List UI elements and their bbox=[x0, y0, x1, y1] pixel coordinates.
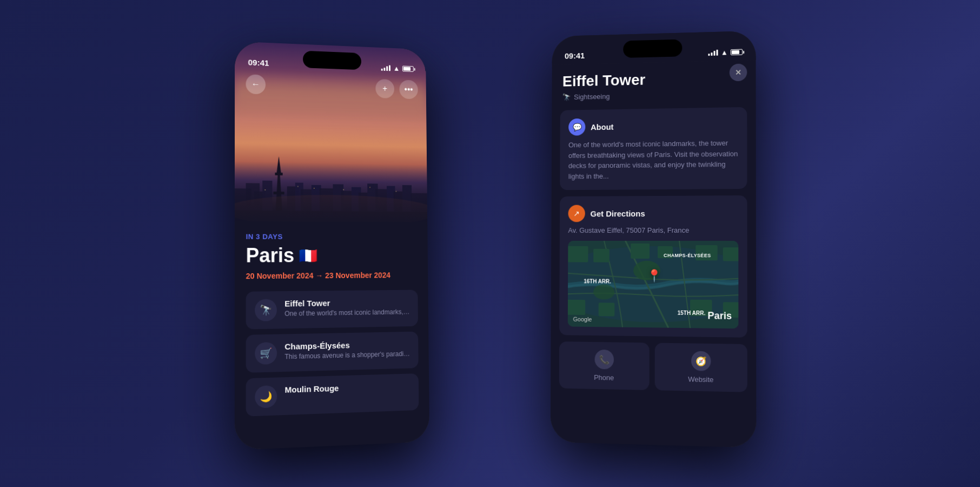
more-icon: ••• bbox=[405, 84, 413, 94]
signal-bars-phone2 bbox=[708, 50, 718, 56]
status-time-phone1: 09:41 bbox=[248, 57, 269, 67]
directions-icon: ↗ bbox=[573, 209, 580, 218]
more-button[interactable]: ••• bbox=[399, 80, 418, 99]
hero-overlay bbox=[235, 161, 427, 228]
status-icons-phone2: ▲ bbox=[708, 48, 743, 57]
eiffel-name: Eiffel Tower bbox=[284, 298, 409, 308]
signal-bar-p2-2 bbox=[711, 52, 713, 56]
eiffel-info: Eiffel Tower One of the world's most ico… bbox=[284, 298, 409, 318]
place-item-champs[interactable]: 🛒 Champs-Élysées This famous avenue is a… bbox=[246, 332, 419, 373]
website-action-card[interactable]: 🧭 Website bbox=[655, 343, 747, 392]
dynamic-island-phone1 bbox=[303, 51, 361, 70]
about-card: 💬 About One of the world's most iconic l… bbox=[560, 107, 747, 190]
svg-rect-40 bbox=[599, 302, 615, 316]
places-list: 🔭 Eiffel Tower One of the world's most i… bbox=[246, 290, 419, 422]
signal-bar-2 bbox=[384, 68, 386, 71]
about-card-header: 💬 About bbox=[568, 116, 738, 136]
signal-bar-p2-3 bbox=[714, 51, 716, 56]
about-icon-circle: 💬 bbox=[568, 119, 585, 136]
phone-1-content: 09:41 ▲ bbox=[235, 41, 429, 450]
svg-rect-34 bbox=[593, 249, 610, 262]
svg-rect-38 bbox=[723, 247, 739, 261]
city-name: Paris bbox=[246, 244, 295, 267]
map-label-paris: Paris bbox=[707, 310, 732, 322]
wifi-icon-phone2: ▲ bbox=[721, 48, 728, 56]
map-label-16th: 16TH ARR. bbox=[584, 278, 611, 284]
signal-bar-p2-4 bbox=[717, 50, 718, 56]
svg-rect-39 bbox=[568, 300, 585, 315]
champs-icon: 🛒 bbox=[255, 342, 277, 365]
phone-2: 09:41 ▲ ✕ bbox=[551, 31, 757, 448]
map-container[interactable]: 📍 CHAMPS-ÉLYSÉES 16TH ARR. 15TH ARR. Par… bbox=[568, 241, 739, 328]
bottom-action-row: 📞 Phone 🧭 Website bbox=[559, 341, 747, 392]
phone2-header: Eiffel Tower 🔭 Sightseeing bbox=[552, 60, 756, 101]
status-icons-phone1: ▲ bbox=[381, 64, 414, 73]
phone-2-content: 09:41 ▲ ✕ bbox=[551, 31, 757, 448]
phone-action-icon: 📞 bbox=[594, 350, 614, 370]
champs-desc: This famous avenue is a shopper's paradi… bbox=[284, 350, 410, 361]
eiffel-icon: 🔭 bbox=[255, 299, 277, 321]
signal-bar-3 bbox=[386, 66, 388, 71]
category-icon: 🔭 bbox=[562, 93, 571, 101]
phone2-scroll[interactable]: 💬 About One of the world's most iconic l… bbox=[551, 107, 757, 448]
map-label-google: Google bbox=[573, 316, 592, 323]
place-item-eiffel[interactable]: 🔭 Eiffel Tower One of the world's most i… bbox=[246, 290, 418, 330]
champs-name: Champs-Élysées bbox=[284, 339, 410, 351]
moulin-icon: 🌙 bbox=[255, 385, 277, 409]
place-detail-title: Eiffel Tower bbox=[562, 69, 745, 90]
about-text: One of the world's most iconic landmarks… bbox=[568, 137, 738, 181]
signal-bars-phone1 bbox=[381, 65, 390, 71]
plus-icon: + bbox=[382, 84, 387, 94]
svg-rect-33 bbox=[568, 246, 588, 262]
close-icon: ✕ bbox=[735, 68, 741, 77]
phone-action-card[interactable]: 📞 Phone bbox=[559, 341, 650, 390]
battery-icon-phone2 bbox=[731, 49, 743, 56]
flag-emoji: 🇫🇷 bbox=[299, 247, 317, 265]
signal-bar-4 bbox=[389, 65, 390, 71]
action-buttons: + ••• bbox=[375, 79, 418, 100]
battery-fill-phone1 bbox=[403, 67, 411, 71]
moulin-name: Moulin Rouge bbox=[285, 381, 410, 394]
about-title: About bbox=[591, 122, 614, 131]
dynamic-island-phone2 bbox=[623, 40, 682, 58]
category-label: Sightseeing bbox=[574, 93, 610, 101]
about-icon: 💬 bbox=[572, 123, 581, 131]
signal-bar-1 bbox=[381, 69, 383, 71]
map-pin: 📍 bbox=[647, 269, 661, 283]
in-days-label: IN 3 DAYS bbox=[246, 233, 418, 241]
directions-icon-circle: ↗ bbox=[568, 205, 585, 222]
champs-info: Champs-Élysées This famous avenue is a s… bbox=[284, 339, 410, 361]
status-time-phone2: 09:41 bbox=[565, 51, 585, 61]
wifi-icon-phone1: ▲ bbox=[393, 64, 400, 73]
directions-card: ↗ Get Directions Av. Gustave Eiffel, 750… bbox=[559, 195, 747, 338]
add-button[interactable]: + bbox=[375, 79, 394, 98]
battery-fill-phone2 bbox=[732, 50, 740, 54]
directions-address: Av. Gustave Eiffel, 75007 Paris, France bbox=[568, 226, 738, 234]
map-label-15th: 15TH ARR. bbox=[678, 310, 706, 317]
eiffel-desc: One of the world's most iconic landmarks… bbox=[284, 308, 409, 318]
moulin-info: Moulin Rouge bbox=[285, 381, 410, 396]
phone-action-label: Phone bbox=[594, 373, 614, 382]
date-range: 20 November 2024 → 23 November 2024 bbox=[246, 271, 418, 280]
directions-card-header: ↗ Get Directions bbox=[568, 204, 738, 222]
place-category-row: 🔭 Sightseeing bbox=[562, 90, 745, 101]
back-icon: ← bbox=[251, 80, 260, 90]
map-label-champs: CHAMPS-ÉLYSÉES bbox=[664, 253, 711, 258]
svg-rect-35 bbox=[631, 244, 650, 259]
website-action-icon: 🧭 bbox=[691, 351, 710, 371]
place-item-moulin[interactable]: 🌙 Moulin Rouge bbox=[246, 373, 419, 417]
back-button[interactable]: ← bbox=[246, 74, 266, 94]
phone-1: 09:41 ▲ bbox=[235, 41, 429, 450]
signal-bar-p2-1 bbox=[708, 54, 710, 56]
city-name-row: Paris 🇫🇷 bbox=[246, 244, 418, 267]
phone-1-info: IN 3 DAYS Paris 🇫🇷 20 November 2024 → 23… bbox=[235, 221, 429, 450]
website-action-label: Website bbox=[688, 375, 713, 384]
battery-icon-phone1 bbox=[402, 65, 414, 71]
directions-title: Get Directions bbox=[591, 209, 645, 218]
